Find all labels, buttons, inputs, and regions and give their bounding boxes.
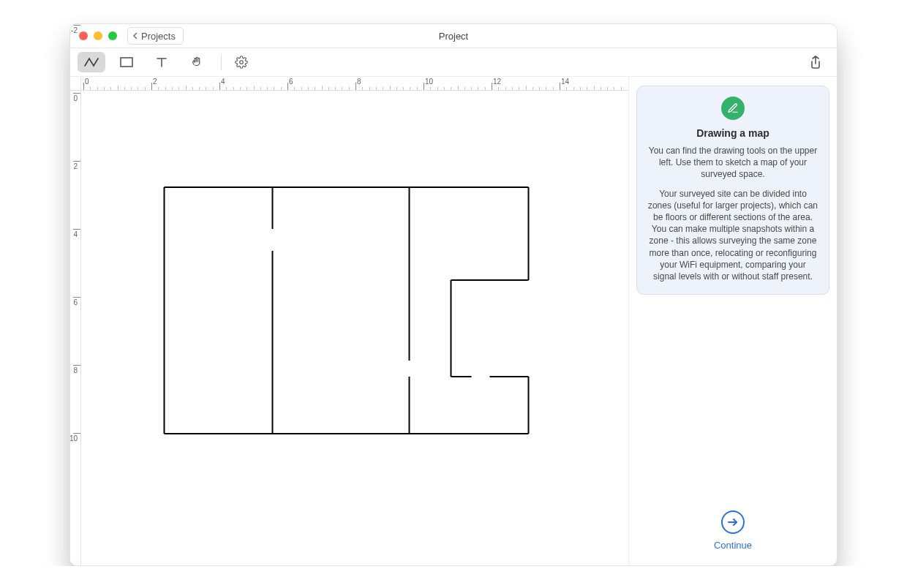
window-controls bbox=[79, 31, 117, 40]
hand-tool-icon bbox=[190, 56, 203, 69]
canvas-area: 02468101214 -20246810 bbox=[70, 77, 629, 565]
help-title: Drawing a map bbox=[647, 127, 818, 139]
back-button[interactable]: Projects bbox=[127, 27, 184, 45]
svg-point-3 bbox=[240, 61, 244, 64]
arrow-right-icon bbox=[721, 510, 745, 534]
ruler-corner bbox=[70, 77, 81, 91]
continue-button[interactable]: Continue bbox=[636, 510, 829, 557]
rectangle-tool-button[interactable] bbox=[113, 52, 140, 72]
line-tool-icon bbox=[84, 57, 99, 67]
toolbar-divider bbox=[221, 54, 222, 70]
share-icon bbox=[810, 56, 821, 69]
app-window: Projects Project bbox=[69, 23, 838, 566]
rectangle-tool-icon bbox=[120, 57, 133, 67]
zoom-window-button[interactable] bbox=[108, 31, 117, 40]
ruler-horizontal: 02468101214 bbox=[80, 77, 628, 91]
floorplan-drawing bbox=[80, 90, 628, 565]
close-window-button[interactable] bbox=[79, 31, 88, 40]
settings-button[interactable] bbox=[227, 52, 255, 72]
side-panel: Drawing a map You can find the drawing t… bbox=[629, 77, 837, 565]
ruler-vertical: -20246810 bbox=[70, 90, 81, 565]
hand-tool-button[interactable] bbox=[183, 52, 211, 72]
help-card: Drawing a map You can find the drawing t… bbox=[636, 86, 829, 295]
help-paragraph-2: Your surveyed site can be divided into z… bbox=[647, 188, 818, 283]
text-tool-icon bbox=[156, 56, 168, 68]
back-button-label: Projects bbox=[141, 31, 176, 42]
svg-rect-0 bbox=[121, 58, 132, 67]
text-tool-button[interactable] bbox=[148, 52, 176, 72]
gear-icon bbox=[235, 56, 248, 69]
share-button[interactable] bbox=[802, 52, 829, 72]
toolbar bbox=[70, 48, 837, 77]
minimize-window-button[interactable] bbox=[94, 31, 102, 40]
line-tool-button[interactable] bbox=[78, 52, 105, 72]
chevron-left-icon bbox=[132, 32, 138, 39]
drawing-canvas[interactable] bbox=[80, 90, 628, 565]
titlebar: Projects Project bbox=[70, 24, 837, 48]
window-title: Project bbox=[70, 31, 837, 42]
content-area: 02468101214 -20246810 Drawing a map You … bbox=[70, 77, 837, 565]
continue-label: Continue bbox=[714, 540, 752, 551]
draw-icon bbox=[721, 97, 745, 120]
help-paragraph-1: You can find the drawing tools on the up… bbox=[647, 145, 818, 181]
